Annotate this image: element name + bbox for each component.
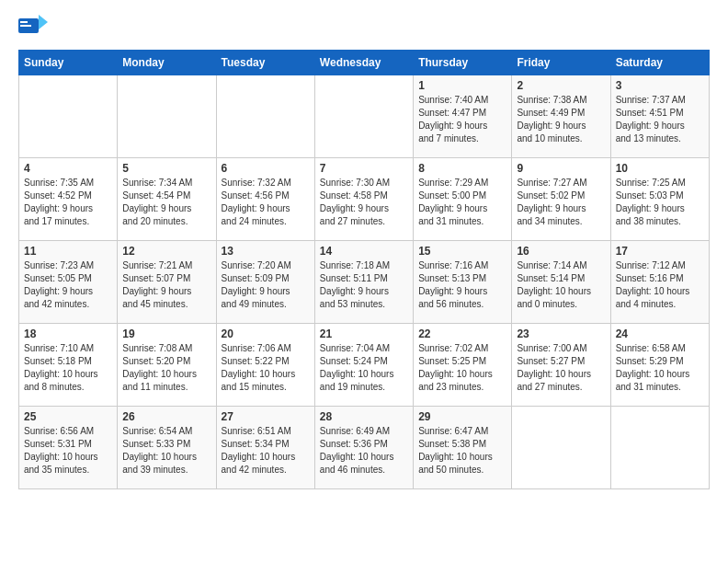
calendar-week-5: 25Sunrise: 6:56 AM Sunset: 5:31 PM Dayli… (19, 407, 710, 489)
calendar-cell: 17Sunrise: 7:12 AM Sunset: 5:16 PM Dayli… (610, 241, 709, 324)
svg-rect-2 (20, 21, 28, 23)
calendar-cell: 8Sunrise: 7:29 AM Sunset: 5:00 PM Daylig… (414, 158, 512, 241)
day-number: 22 (418, 327, 506, 340)
day-info: Sunrise: 7:29 AM Sunset: 5:00 PM Dayligh… (418, 177, 506, 228)
calendar-cell: 25Sunrise: 6:56 AM Sunset: 5:31 PM Dayli… (19, 407, 118, 489)
day-number: 24 (616, 327, 704, 340)
day-info: Sunrise: 6:51 AM Sunset: 5:34 PM Dayligh… (222, 425, 310, 477)
day-info: Sunrise: 7:23 AM Sunset: 5:05 PM Dayligh… (24, 259, 112, 311)
day-number: 23 (517, 327, 605, 340)
calendar-week-3: 11Sunrise: 7:23 AM Sunset: 5:05 PM Dayli… (19, 241, 710, 324)
day-number: 8 (418, 162, 506, 175)
calendar-week-4: 18Sunrise: 7:10 AM Sunset: 5:18 PM Dayli… (19, 324, 710, 407)
calendar-week-1: 1Sunrise: 7:40 AM Sunset: 4:47 PM Daylig… (19, 75, 710, 158)
day-number: 15 (418, 245, 506, 258)
calendar-cell: 5Sunrise: 7:34 AM Sunset: 4:54 PM Daylig… (118, 158, 216, 241)
day-number: 16 (517, 245, 605, 258)
day-number: 11 (24, 245, 112, 258)
calendar-cell: 16Sunrise: 7:14 AM Sunset: 5:14 PM Dayli… (512, 241, 610, 324)
day-number: 19 (122, 327, 210, 340)
day-info: Sunrise: 7:00 AM Sunset: 5:27 PM Dayligh… (517, 342, 605, 394)
day-info: Sunrise: 7:16 AM Sunset: 5:13 PM Dayligh… (418, 259, 506, 311)
calendar-cell: 26Sunrise: 6:54 AM Sunset: 5:33 PM Dayli… (118, 407, 216, 489)
calendar-cell: 11Sunrise: 7:23 AM Sunset: 5:05 PM Dayli… (19, 241, 118, 324)
day-info: Sunrise: 7:38 AM Sunset: 4:49 PM Dayligh… (517, 94, 605, 145)
calendar-cell: 14Sunrise: 7:18 AM Sunset: 5:11 PM Dayli… (314, 241, 413, 324)
calendar-header-row: SundayMondayTuesdayWednesdayThursdayFrid… (19, 51, 710, 75)
weekday-header-sunday: Sunday (19, 51, 118, 75)
calendar-cell: 27Sunrise: 6:51 AM Sunset: 5:34 PM Dayli… (216, 407, 314, 489)
calendar-cell: 6Sunrise: 7:32 AM Sunset: 4:56 PM Daylig… (216, 158, 314, 241)
calendar-table: SundayMondayTuesdayWednesdayThursdayFrid… (18, 50, 710, 489)
calendar-cell: 7Sunrise: 7:30 AM Sunset: 4:58 PM Daylig… (314, 158, 413, 241)
day-number: 14 (320, 245, 408, 258)
calendar-cell: 15Sunrise: 7:16 AM Sunset: 5:13 PM Dayli… (414, 241, 512, 324)
day-number: 17 (616, 245, 704, 258)
day-number: 25 (24, 410, 112, 423)
calendar-cell: 20Sunrise: 7:06 AM Sunset: 5:22 PM Dayli… (216, 324, 314, 407)
calendar-cell: 13Sunrise: 7:20 AM Sunset: 5:09 PM Dayli… (216, 241, 314, 324)
day-info: Sunrise: 7:40 AM Sunset: 4:47 PM Dayligh… (418, 94, 506, 145)
logo (18, 15, 51, 40)
day-info: Sunrise: 7:32 AM Sunset: 4:56 PM Dayligh… (222, 177, 310, 228)
day-number: 29 (418, 410, 506, 423)
day-number: 2 (517, 79, 605, 92)
day-info: Sunrise: 7:10 AM Sunset: 5:18 PM Dayligh… (24, 342, 112, 394)
calendar-cell: 10Sunrise: 7:25 AM Sunset: 5:03 PM Dayli… (610, 158, 709, 241)
weekday-header-friday: Friday (512, 51, 610, 75)
svg-rect-3 (20, 25, 31, 27)
day-number: 27 (222, 410, 310, 423)
day-info: Sunrise: 7:18 AM Sunset: 5:11 PM Dayligh… (320, 259, 408, 311)
calendar-cell (19, 75, 118, 158)
day-info: Sunrise: 6:58 AM Sunset: 5:29 PM Dayligh… (616, 342, 704, 394)
calendar-cell: 1Sunrise: 7:40 AM Sunset: 4:47 PM Daylig… (414, 75, 512, 158)
day-info: Sunrise: 7:30 AM Sunset: 4:58 PM Dayligh… (320, 177, 408, 228)
day-info: Sunrise: 7:21 AM Sunset: 5:07 PM Dayligh… (122, 259, 210, 311)
day-info: Sunrise: 7:37 AM Sunset: 4:51 PM Dayligh… (616, 94, 704, 145)
calendar-cell: 23Sunrise: 7:00 AM Sunset: 5:27 PM Dayli… (512, 324, 610, 407)
day-number: 12 (122, 245, 210, 258)
calendar-week-2: 4Sunrise: 7:35 AM Sunset: 4:52 PM Daylig… (19, 158, 710, 241)
calendar-cell: 18Sunrise: 7:10 AM Sunset: 5:18 PM Dayli… (19, 324, 118, 407)
day-number: 28 (320, 410, 408, 423)
day-number: 26 (122, 410, 210, 423)
day-number: 9 (517, 162, 605, 175)
day-number: 6 (222, 162, 310, 175)
day-number: 3 (616, 79, 704, 92)
day-info: Sunrise: 7:06 AM Sunset: 5:22 PM Dayligh… (222, 342, 310, 394)
weekday-header-tuesday: Tuesday (216, 51, 314, 75)
day-number: 13 (222, 245, 310, 258)
calendar-cell: 19Sunrise: 7:08 AM Sunset: 5:20 PM Dayli… (118, 324, 216, 407)
day-number: 21 (320, 327, 408, 340)
day-info: Sunrise: 6:54 AM Sunset: 5:33 PM Dayligh… (122, 425, 210, 477)
day-info: Sunrise: 6:49 AM Sunset: 5:36 PM Dayligh… (320, 425, 408, 477)
day-info: Sunrise: 7:04 AM Sunset: 5:24 PM Dayligh… (320, 342, 408, 394)
calendar-cell: 3Sunrise: 7:37 AM Sunset: 4:51 PM Daylig… (610, 75, 709, 158)
day-number: 20 (222, 327, 310, 340)
weekday-header-thursday: Thursday (414, 51, 512, 75)
calendar-cell: 29Sunrise: 6:47 AM Sunset: 5:38 PM Dayli… (414, 407, 512, 489)
day-info: Sunrise: 7:27 AM Sunset: 5:02 PM Dayligh… (517, 177, 605, 228)
calendar-cell: 21Sunrise: 7:04 AM Sunset: 5:24 PM Dayli… (314, 324, 413, 407)
day-info: Sunrise: 7:02 AM Sunset: 5:25 PM Dayligh… (418, 342, 506, 394)
day-info: Sunrise: 7:14 AM Sunset: 5:14 PM Dayligh… (517, 259, 605, 311)
calendar-cell (216, 75, 314, 158)
day-number: 4 (24, 162, 112, 175)
weekday-header-monday: Monday (118, 51, 216, 75)
day-info: Sunrise: 6:56 AM Sunset: 5:31 PM Dayligh… (24, 425, 112, 477)
day-number: 18 (24, 327, 112, 340)
day-number: 1 (418, 79, 506, 92)
calendar-cell: 9Sunrise: 7:27 AM Sunset: 5:02 PM Daylig… (512, 158, 610, 241)
calendar-cell: 4Sunrise: 7:35 AM Sunset: 4:52 PM Daylig… (19, 158, 118, 241)
calendar-cell: 2Sunrise: 7:38 AM Sunset: 4:49 PM Daylig… (512, 75, 610, 158)
day-info: Sunrise: 7:08 AM Sunset: 5:20 PM Dayligh… (122, 342, 210, 394)
calendar-cell: 24Sunrise: 6:58 AM Sunset: 5:29 PM Dayli… (610, 324, 709, 407)
weekday-header-saturday: Saturday (610, 51, 709, 75)
calendar-cell (314, 75, 413, 158)
calendar-cell: 22Sunrise: 7:02 AM Sunset: 5:25 PM Dayli… (414, 324, 512, 407)
day-info: Sunrise: 7:20 AM Sunset: 5:09 PM Dayligh… (222, 259, 310, 311)
svg-marker-1 (39, 15, 48, 29)
day-number: 7 (320, 162, 408, 175)
page-header (18, 15, 710, 40)
day-info: Sunrise: 7:25 AM Sunset: 5:03 PM Dayligh… (616, 177, 704, 228)
